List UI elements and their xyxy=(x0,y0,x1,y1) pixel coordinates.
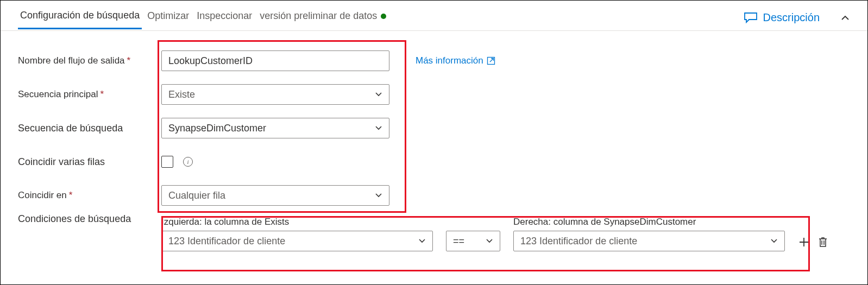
description-link[interactable]: Descripción xyxy=(744,11,850,24)
condition-operator-select[interactable]: == xyxy=(446,231,500,251)
label-match-multiple: Coincidir varias filas xyxy=(18,156,161,168)
condition-left-select[interactable]: 123 Identificador de cliente xyxy=(161,231,433,251)
tab-data-preview[interactable]: versión preliminar de datos xyxy=(257,7,389,28)
condition-actions xyxy=(798,236,828,251)
delete-condition-button[interactable] xyxy=(817,236,828,248)
label-lookup-stream: Secuencia de búsqueda xyxy=(18,123,161,134)
tab-optimize[interactable]: Optimizar xyxy=(145,7,191,28)
condition-right-header: Derecha: columna de SynapseDimCustomer xyxy=(513,217,785,227)
conditions-block: Izquierda: la columna de Exists 123 Iden… xyxy=(161,217,828,251)
row-match-multiple: Coincidir varias filas i xyxy=(18,145,850,179)
condition-operator-value: == xyxy=(453,236,464,247)
type-prefix: 123 xyxy=(168,236,185,246)
condition-left-header: Izquierda: la columna de Exists xyxy=(161,217,433,227)
output-stream-input[interactable]: LookupCustomerID xyxy=(161,50,389,71)
chevron-down-icon xyxy=(375,91,382,98)
status-dot-icon xyxy=(381,14,386,19)
required-asterisk: * xyxy=(100,89,104,100)
label-match-on: Coincidir en * xyxy=(18,190,161,201)
condition-right: Derecha: columna de SynapseDimCustomer 1… xyxy=(513,217,785,251)
required-asterisk: * xyxy=(69,190,73,201)
tab-bar: Configuración de búsqueda Optimizar Insp… xyxy=(1,1,867,31)
label-primary-stream: Secuencia principal * xyxy=(18,89,161,100)
add-condition-button[interactable] xyxy=(798,236,810,248)
description-link-label: Descripción xyxy=(763,11,820,24)
label-lookup-conditions: Condiciones de búsqueda xyxy=(18,212,161,225)
trash-icon xyxy=(817,236,828,248)
match-multiple-checkbox[interactable] xyxy=(161,156,173,168)
row-match-on: Coincidir en * Cualquier fila xyxy=(18,179,850,212)
primary-stream-value: Existe xyxy=(168,89,195,100)
settings-body: Nombre del flujo de salida * LookupCusto… xyxy=(1,31,867,269)
primary-stream-select[interactable]: Existe xyxy=(161,84,389,105)
condition-left-value: Identificador de cliente xyxy=(187,236,285,246)
lookup-stream-value: SynapseDimCustomer xyxy=(168,123,266,134)
condition-right-select[interactable]: 123 Identificador de cliente xyxy=(513,231,785,251)
plus-icon xyxy=(798,236,810,248)
row-output-stream: Nombre del flujo de salida * LookupCusto… xyxy=(18,44,850,78)
tab-inspect[interactable]: Inspeccionar xyxy=(194,7,254,28)
chevron-down-icon xyxy=(375,124,382,132)
chevron-down-icon xyxy=(770,237,778,245)
type-prefix: 123 xyxy=(520,236,537,246)
row-primary-stream: Secuencia principal * Existe xyxy=(18,78,850,111)
chevron-down-icon xyxy=(486,237,493,245)
condition-left: Izquierda: la columna de Exists 123 Iden… xyxy=(161,217,433,251)
comment-icon xyxy=(744,12,758,24)
tab-data-preview-label: versión preliminar de datos xyxy=(260,10,377,21)
external-link-icon xyxy=(487,56,495,65)
condition-operator: == xyxy=(446,217,500,251)
row-lookup-stream: Secuencia de búsqueda SynapseDimCustomer xyxy=(18,111,850,145)
lookup-stream-select[interactable]: SynapseDimCustomer xyxy=(161,118,389,138)
output-stream-value: LookupCustomerID xyxy=(168,55,253,67)
more-info-label: Más información xyxy=(416,55,483,66)
row-lookup-conditions: Condiciones de búsqueda Izquierda: la co… xyxy=(18,212,850,251)
more-info-link[interactable]: Más información xyxy=(416,55,495,66)
condition-right-value: Identificador de cliente xyxy=(539,236,637,246)
tab-lookup-settings[interactable]: Configuración de búsqueda xyxy=(18,7,142,29)
collapse-icon[interactable] xyxy=(840,13,850,23)
info-icon[interactable]: i xyxy=(183,157,193,167)
label-output-stream: Nombre del flujo de salida * xyxy=(18,55,161,66)
match-on-value: Cualquier fila xyxy=(168,190,225,201)
match-on-select[interactable]: Cualquier fila xyxy=(161,185,389,206)
required-asterisk: * xyxy=(127,55,131,66)
chevron-down-icon xyxy=(418,237,426,245)
chevron-down-icon xyxy=(375,192,382,199)
